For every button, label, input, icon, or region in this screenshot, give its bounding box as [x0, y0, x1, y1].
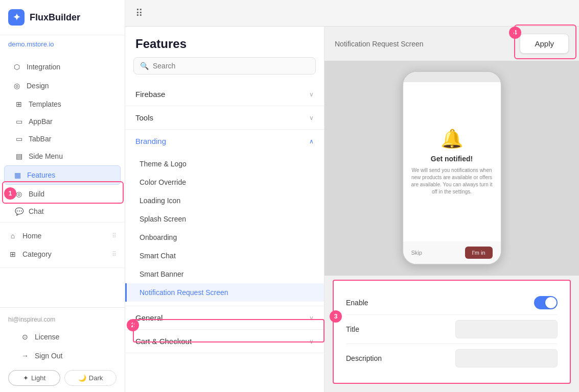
- notification-description: We will send you notifications when new …: [411, 167, 493, 195]
- preview-panel: Notification Request Screen Apply 🔔 Get …: [325, 27, 579, 392]
- sidebar-nav: ⬡ Integration ◎ Design ⊞ Templates ▭ App…: [0, 53, 125, 307]
- im-in-button[interactable]: I'm in: [465, 247, 493, 259]
- drag-handle[interactable]: ⠿: [112, 251, 117, 258]
- settings-row-description: Description: [346, 344, 558, 373]
- feature-group-tools: Tools ∨: [125, 106, 324, 130]
- chevron-down-icon: ∨: [309, 314, 314, 322]
- build-icon: ◎: [14, 189, 24, 199]
- sidebar-item-design[interactable]: ◎ Design: [4, 77, 121, 95]
- settings-panel: Enable Title Description: [333, 280, 571, 384]
- dark-theme-button[interactable]: 🌙 Dark: [64, 370, 117, 386]
- sun-icon: ✦: [23, 374, 29, 382]
- branding-sub-items: Theme & Logo Color Override Loading Icon…: [125, 153, 324, 306]
- domain-link[interactable]: demo.mstore.io: [0, 35, 125, 53]
- sidebar-category-label: Category: [22, 250, 52, 258]
- features-icon: ▦: [13, 170, 22, 180]
- main-header: ⠿: [125, 0, 579, 27]
- sidebar-item-label: Templates: [29, 100, 61, 108]
- sub-item-splash-screen[interactable]: Splash Screen: [125, 210, 324, 228]
- settings-area: Enable Title Description: [325, 276, 579, 392]
- sidebar-item-templates[interactable]: ⊞ Templates: [0, 95, 125, 113]
- phone-mockup: 🔔 Get notified! We will send you notific…: [402, 71, 502, 265]
- description-input[interactable]: [455, 349, 558, 368]
- sidebar-item-tabbar[interactable]: ▭ TabBar: [0, 130, 125, 148]
- app-name: FluxBuilder: [30, 12, 80, 23]
- theme-toggle: ✦ Light 🌙 Dark: [8, 370, 117, 386]
- feature-group-general: General ∨: [125, 306, 324, 330]
- settings-row-title: Title: [346, 315, 558, 344]
- sub-item-onboarding[interactable]: Onboarding: [125, 228, 324, 247]
- feature-group-cart: Cart & Checkout ∨: [125, 330, 324, 353]
- title-input[interactable]: [455, 320, 558, 338]
- sub-item-smart-banner[interactable]: Smart Banner: [125, 265, 324, 283]
- enable-toggle[interactable]: [534, 296, 558, 309]
- search-input[interactable]: [153, 62, 309, 70]
- sidebar-item-integration[interactable]: ⬡ Integration: [4, 58, 121, 76]
- phone-notification-content: 🔔 Get notified! We will send you notific…: [403, 82, 501, 241]
- general-group-header[interactable]: General ∨: [125, 306, 324, 329]
- sidebar-item-category[interactable]: ⊞ Category ⠿: [0, 245, 125, 263]
- side-menu-icon: ▤: [14, 152, 24, 161]
- bell-icon: 🔔: [441, 128, 464, 150]
- preview-header: Notification Request Screen Apply: [325, 27, 579, 61]
- sidebar-bottom: hi@inspireui.com ⊙ License → Sign Out ✦ …: [0, 307, 125, 392]
- sidebar: ✦ FluxBuilder demo.mstore.io ⬡ Integrati…: [0, 0, 125, 392]
- tabbar-icon: ▭: [14, 134, 24, 143]
- cart-group-header[interactable]: Cart & Checkout ∨: [125, 330, 324, 353]
- sidebar-item-label: License: [35, 333, 59, 341]
- sidebar-header: ✦ FluxBuilder: [0, 0, 125, 35]
- sidebar-item-label: Chat: [29, 207, 44, 215]
- firebase-group-header[interactable]: Firebase ∨: [125, 83, 324, 106]
- light-theme-button[interactable]: ✦ Light: [8, 370, 60, 386]
- sidebar-item-home[interactable]: ⌂ Home ⠿: [0, 227, 125, 245]
- sidebar-item-side-menu[interactable]: ▤ Side Menu: [0, 148, 125, 165]
- sidebar-item-license[interactable]: ⊙ License: [12, 328, 112, 346]
- phone-bottom-bar: Skip I'm in: [403, 241, 501, 264]
- enable-label: Enable: [346, 299, 368, 307]
- sign-out-icon: →: [20, 351, 30, 360]
- toggle-knob: [545, 297, 557, 308]
- sidebar-item-sign-out[interactable]: → Sign Out: [12, 347, 112, 365]
- sidebar-item-features[interactable]: ▦ Features: [4, 165, 121, 185]
- sidebar-item-label: Design: [27, 82, 49, 90]
- features-container: Features 🔍 Firebase ∨ Tools ∨: [125, 27, 579, 392]
- tools-group-header[interactable]: Tools ∨: [125, 106, 324, 129]
- features-items: Firebase ∨ Tools ∨ Branding ∧: [125, 81, 324, 392]
- category-icon: ⊞: [8, 250, 17, 259]
- drag-handle[interactable]: ⠿: [112, 232, 117, 239]
- search-box[interactable]: 🔍: [133, 57, 316, 75]
- features-title: Features: [125, 27, 324, 57]
- sub-item-color-override[interactable]: Color Override: [125, 173, 324, 191]
- feature-group-firebase: Firebase ∨: [125, 83, 324, 106]
- phone-status-bar: [403, 72, 501, 82]
- sidebar-home-label: Home: [22, 232, 41, 240]
- design-icon: ◎: [12, 81, 21, 90]
- sidebar-item-chat[interactable]: 💬 Chat: [0, 203, 125, 220]
- appbar-icon: ▭: [14, 117, 24, 126]
- templates-icon: ⊞: [14, 100, 24, 109]
- chevron-down-icon: ∨: [309, 114, 314, 121]
- sidebar-item-build[interactable]: ◎ Build: [0, 185, 125, 203]
- sidebar-item-label: Sign Out: [35, 352, 62, 360]
- user-email: hi@inspireui.com: [8, 314, 117, 327]
- apply-button[interactable]: Apply: [520, 34, 569, 54]
- sidebar-item-appbar[interactable]: ▭ AppBar: [0, 113, 125, 130]
- sub-item-smart-chat[interactable]: Smart Chat: [125, 247, 324, 265]
- moon-icon: 🌙: [78, 374, 86, 382]
- notification-title: Get notified!: [431, 155, 473, 163]
- grid-menu-icon[interactable]: ⠿: [135, 7, 144, 19]
- integration-icon: ⬡: [12, 62, 21, 71]
- sub-item-theme-logo[interactable]: Theme & Logo: [125, 155, 324, 173]
- skip-button[interactable]: Skip: [411, 250, 422, 256]
- sub-item-loading-icon[interactable]: Loading Icon: [125, 191, 324, 210]
- sidebar-item-label: Integration: [27, 63, 60, 71]
- branding-group-header[interactable]: Branding ∧: [125, 130, 324, 153]
- description-label: Description: [346, 354, 382, 362]
- sub-item-notification-request[interactable]: Notification Request Screen: [125, 283, 324, 302]
- app-logo: ✦: [8, 9, 25, 26]
- home-icon: ⌂: [8, 231, 17, 240]
- settings-row-enable: Enable: [346, 291, 558, 315]
- preview-title: Notification Request Screen: [335, 40, 424, 48]
- sidebar-item-label: Build: [29, 190, 44, 198]
- home-section: ⌂ Home ⠿ ⊞ Category ⠿: [0, 222, 125, 268]
